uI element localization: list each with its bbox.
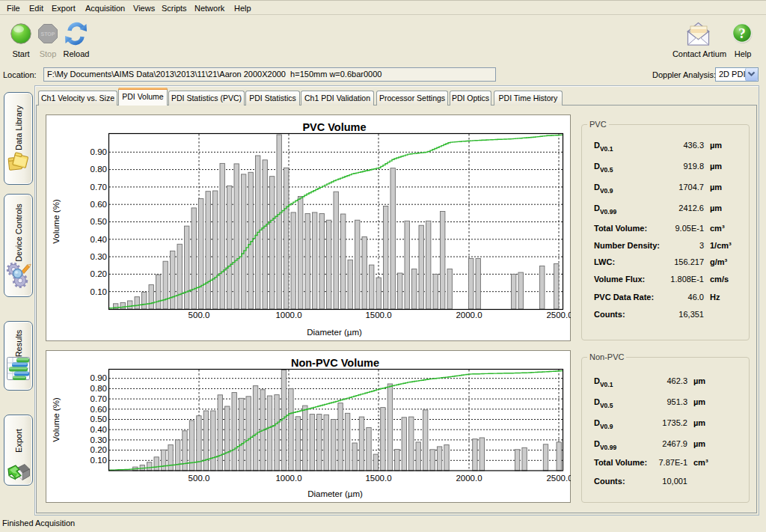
svg-text:500.0: 500.0 xyxy=(189,311,210,319)
svg-text:0.90: 0.90 xyxy=(91,373,107,382)
svg-text:0.50: 0.50 xyxy=(91,415,107,424)
svg-text:2000.0: 2000.0 xyxy=(456,311,482,319)
svg-text:0.50: 0.50 xyxy=(91,217,107,226)
svg-text:?: ? xyxy=(738,25,746,41)
svg-text:0.90: 0.90 xyxy=(91,147,107,156)
svg-text:0.70: 0.70 xyxy=(91,394,107,403)
svg-text:1000.0: 1000.0 xyxy=(275,311,301,319)
svg-text:0.20: 0.20 xyxy=(91,269,107,278)
svg-text:2500.0: 2500.0 xyxy=(546,311,571,319)
svg-text:0.40: 0.40 xyxy=(91,235,107,244)
svg-text:0.80: 0.80 xyxy=(91,384,107,393)
svg-text:0.10: 0.10 xyxy=(91,456,107,465)
svg-text:0.70: 0.70 xyxy=(91,183,107,192)
svg-text:Volume (%): Volume (%) xyxy=(52,397,61,442)
svg-text:1500.0: 1500.0 xyxy=(365,311,391,319)
svg-text:500.0: 500.0 xyxy=(189,474,210,483)
svg-text:0.10: 0.10 xyxy=(91,287,107,296)
svg-text:PVC Volume: PVC Volume xyxy=(302,121,366,133)
svg-text:0.30: 0.30 xyxy=(91,435,107,444)
svg-text:Diameter (µm): Diameter (µm) xyxy=(307,489,363,498)
svg-text:0.60: 0.60 xyxy=(91,405,107,414)
svg-text:Non-PVC Volume: Non-PVC Volume xyxy=(291,357,379,369)
svg-text:0.30: 0.30 xyxy=(91,252,107,261)
svg-text:Diameter (µm): Diameter (µm) xyxy=(307,328,362,337)
svg-text:2000.0: 2000.0 xyxy=(456,474,482,483)
svg-text:2500.0: 2500.0 xyxy=(546,474,571,483)
svg-text:0.60: 0.60 xyxy=(91,200,107,209)
svg-text:1500.0: 1500.0 xyxy=(365,474,391,483)
svg-text:1000.0: 1000.0 xyxy=(275,474,301,483)
svg-text:0.40: 0.40 xyxy=(91,425,107,434)
svg-text:0.80: 0.80 xyxy=(91,165,107,174)
svg-text:STOP: STOP xyxy=(41,31,55,37)
svg-text:0.20: 0.20 xyxy=(91,445,107,454)
svg-text:Volume (%): Volume (%) xyxy=(52,199,61,244)
